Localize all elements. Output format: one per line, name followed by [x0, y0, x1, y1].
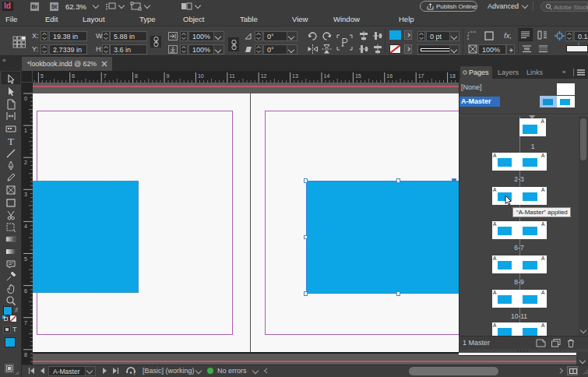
svg-text:4: 4: [24, 224, 27, 229]
svg-text:T: T: [8, 136, 14, 147]
svg-text:5: 5: [24, 256, 27, 262]
svg-text:16: 16: [386, 73, 393, 79]
svg-text:12: 12: [261, 73, 267, 79]
svg-text:18: 18: [449, 73, 456, 79]
svg-text:1: 1: [24, 128, 27, 133]
svg-text:10: 10: [198, 73, 204, 79]
svg-text:11: 11: [229, 73, 234, 79]
svg-text:9: 9: [167, 73, 170, 79]
svg-text:5: 5: [40, 73, 44, 79]
svg-text:3: 3: [24, 192, 27, 197]
svg-text:17: 17: [418, 73, 424, 79]
svg-text:2: 2: [24, 160, 27, 165]
svg-text:0: 0: [24, 96, 27, 101]
svg-text:6: 6: [72, 73, 75, 79]
svg-text:15: 15: [355, 73, 361, 79]
svg-text:13: 13: [292, 73, 298, 79]
svg-text:7: 7: [24, 320, 27, 326]
svg-text:6: 6: [24, 288, 27, 294]
svg-text:7: 7: [104, 73, 107, 79]
svg-text:8: 8: [24, 352, 27, 358]
svg-text:8: 8: [135, 73, 138, 79]
svg-text:14: 14: [324, 73, 330, 79]
